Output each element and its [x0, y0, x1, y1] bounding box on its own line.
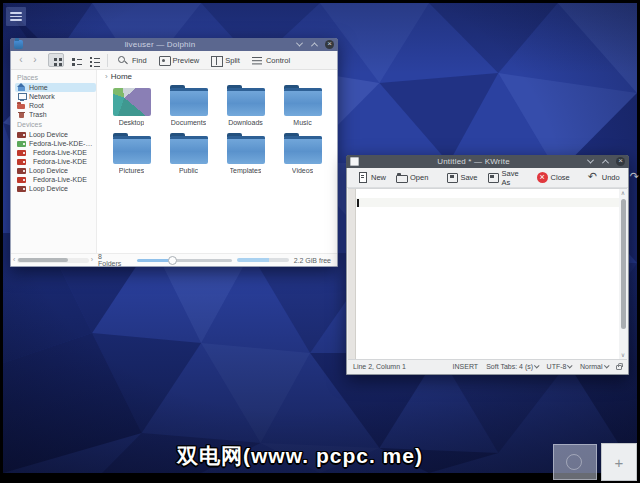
device-label: Fedora-Live-KDE-x86_64: [29, 140, 94, 147]
maximize-icon[interactable]: [601, 157, 610, 166]
slider-handle[interactable]: [168, 256, 177, 265]
folder-item[interactable]: Pictures: [103, 136, 160, 174]
lock-icon[interactable]: [616, 365, 622, 370]
folder-item[interactable]: Documents: [160, 88, 217, 126]
folder-label: Videos: [292, 167, 313, 174]
toolbar-button[interactable]: Save: [442, 170, 481, 185]
current-line-highlight: [356, 198, 619, 207]
toolbar-button[interactable]: Redo: [626, 170, 640, 185]
text-area[interactable]: ∧ ∨: [356, 189, 627, 359]
toolbar-button-label: Save As: [501, 169, 518, 187]
toolbar-button-icon: [252, 55, 263, 66]
kwrite-titlebar[interactable]: Untitled * — KWrite: [346, 155, 629, 168]
place-icon: [17, 92, 26, 101]
minimize-icon[interactable]: [295, 40, 304, 49]
toolbar-button[interactable]: Close: [533, 170, 574, 185]
dolphin-titlebar[interactable]: liveuser — Dolphin: [10, 38, 338, 51]
forward-button[interactable]: ›: [30, 55, 40, 65]
device-icon: [17, 175, 26, 184]
free-space-label: 2.2 GiB free: [294, 257, 331, 264]
dolphin-toolbar-buttons: Find Preview Split Control: [115, 53, 293, 68]
desktop-widget-placeholder[interactable]: [553, 444, 597, 480]
breadcrumb-chevron-icon: ›: [105, 72, 108, 81]
view-mode-icon: [69, 55, 80, 66]
desktop-toolbox-hamburger-icon[interactable]: [6, 7, 26, 26]
device-item[interactable]: _Fedora-Live-KDE: [15, 148, 96, 157]
toolbar-button[interactable]: Preview: [156, 53, 203, 68]
toolbar-button-icon: [159, 55, 170, 66]
scroll-right-icon[interactable]: ›: [91, 257, 93, 263]
toolbar-button[interactable]: New: [353, 170, 390, 185]
place-label: Trash: [29, 111, 47, 118]
toolbar-button-icon: [446, 172, 457, 183]
text-editor-area[interactable]: ∧ ∨: [348, 188, 627, 360]
folder-icon: [284, 88, 322, 116]
editor-vertical-scrollbar[interactable]: ∧ ∨: [619, 189, 627, 359]
toolbar-button-label: Save: [460, 173, 477, 182]
device-item[interactable]: Loop Device: [15, 130, 96, 139]
folder-item[interactable]: Templates: [217, 136, 274, 174]
places-list: Home Network Root: [15, 83, 96, 119]
places-item[interactable]: Home: [15, 83, 96, 92]
folder-item[interactable]: Public: [160, 136, 217, 174]
place-label: Network: [29, 93, 55, 100]
syntax-selector[interactable]: Normal: [580, 363, 608, 370]
toolbar-button[interactable]: Find: [115, 53, 150, 68]
device-item[interactable]: _Fedora-Live-KDE: [15, 157, 96, 166]
device-label: Loop Device: [29, 167, 68, 174]
device-item[interactable]: Fedora-Live-KDE-x86_64: [15, 139, 96, 148]
folder-icon: [170, 136, 208, 164]
scroll-left-icon[interactable]: ‹: [13, 257, 15, 263]
view-mode-button[interactable]: [48, 53, 64, 67]
close-icon[interactable]: [325, 40, 334, 49]
places-item[interactable]: Root: [15, 101, 96, 110]
icon-zoom-slider[interactable]: [137, 256, 232, 265]
folder-item[interactable]: Music: [274, 88, 331, 126]
scroll-down-icon[interactable]: ∨: [620, 352, 626, 358]
toolbar-button[interactable]: Control: [249, 53, 293, 68]
scrollbar-thumb[interactable]: [621, 199, 626, 329]
toolbar-button[interactable]: Open: [392, 170, 432, 185]
devices-header: Devices: [17, 121, 96, 128]
folder-icon: [227, 136, 265, 164]
places-item[interactable]: Network: [15, 92, 96, 101]
encoding-selector[interactable]: UTF-8: [547, 363, 572, 370]
toolbar-button-label: Close: [551, 173, 570, 182]
place-icon: [17, 101, 26, 110]
maximize-icon[interactable]: [310, 40, 319, 49]
toolbar-button[interactable]: Save As: [483, 167, 522, 189]
chevron-down-icon: [534, 363, 539, 368]
scrollbar-thumb[interactable]: [18, 258, 68, 262]
device-item[interactable]: Loop Device: [15, 184, 96, 193]
breadcrumb-current[interactable]: Home: [111, 72, 132, 81]
folder-item[interactable]: Downloads: [217, 88, 274, 126]
view-mode-button[interactable]: [66, 53, 82, 67]
kwrite-window: Untitled * — KWrite New Open: [346, 155, 629, 375]
minimize-icon[interactable]: [586, 157, 595, 166]
sidebar-horizontal-scrollbar[interactable]: ‹ ›: [13, 257, 93, 263]
device-icon: [17, 184, 26, 193]
toolbar-button-icon: [588, 172, 599, 183]
back-button[interactable]: ‹: [16, 55, 26, 65]
view-mode-button[interactable]: [84, 53, 100, 67]
toolbar-button[interactable]: Undo: [584, 170, 624, 185]
device-item[interactable]: _Fedora-Live-KDE: [15, 175, 96, 184]
text-caret: [357, 199, 359, 207]
close-icon[interactable]: [616, 157, 625, 166]
folder-item[interactable]: Videos: [274, 136, 331, 174]
breadcrumb[interactable]: › Home: [97, 70, 337, 82]
toolbar-button-label: New: [371, 173, 386, 182]
add-widget-button[interactable]: +: [601, 443, 637, 481]
tab-mode-selector[interactable]: Soft Tabs: 4 (s): [486, 363, 538, 370]
chevron-down-icon: [568, 363, 573, 368]
folder-icon: [113, 136, 151, 164]
scroll-up-icon[interactable]: ∧: [620, 190, 626, 196]
place-icon: [17, 110, 26, 119]
device-item[interactable]: Loop Device: [15, 166, 96, 175]
places-item[interactable]: Trash: [15, 110, 96, 119]
folder-item[interactable]: Desktop: [103, 88, 160, 126]
input-mode[interactable]: INSERT: [453, 363, 479, 370]
device-icon: [17, 139, 26, 148]
screen-frame: liveuser — Dolphin ‹ ›: [0, 0, 640, 483]
toolbar-button[interactable]: Split: [208, 53, 243, 68]
